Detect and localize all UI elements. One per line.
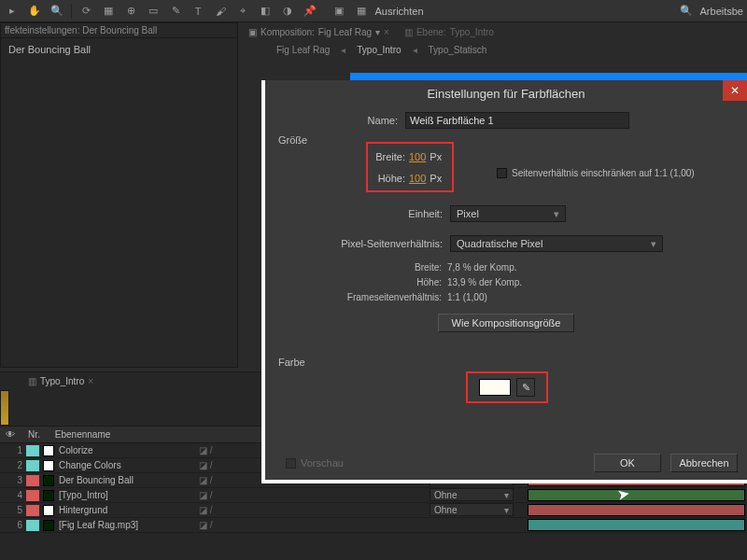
par-label: Pixel-Seitenverhältnis:: [265, 238, 450, 249]
info-width-key: Breite:: [265, 262, 447, 273]
layer-color-label: [26, 460, 39, 471]
unit-dropdown[interactable]: Pixel ▾: [450, 205, 566, 222]
top-toolbar: ▸ ✋ 🔍 ⟳ ▦ ⊕ ▭ ✎ T 🖌 ⌖ ◧ ◑ 📌 ▣ ▦ Ausricht…: [0, 0, 747, 22]
unit-label: Einheit:: [265, 208, 450, 219]
chevron-down-icon: ▾: [651, 238, 656, 250]
stamp-tool-icon[interactable]: ⌖: [234, 3, 251, 20]
layer-type-icon: [43, 520, 54, 531]
eyedropper-button[interactable]: ✎: [516, 378, 535, 397]
tab-prefix: Komposition:: [261, 27, 315, 37]
track-bar[interactable]: [528, 504, 745, 516]
info-fsv-key: Frameseitenverhältnis:: [265, 292, 447, 302]
layer-name: Hintergrund: [59, 505, 199, 515]
layer-name: [Typo_Intro]: [59, 490, 199, 500]
anchor-tool-icon[interactable]: ⊕: [122, 3, 139, 20]
chevron-down-icon: ▾: [504, 505, 509, 515]
mode-dropdown[interactable]: Ohne▾: [430, 488, 514, 501]
make-comp-size-button[interactable]: Wie Kompositionsgröße: [438, 314, 575, 332]
close-tab-icon[interactable]: ×: [384, 27, 389, 37]
close-button[interactable]: ✕: [723, 80, 747, 101]
color-highlight-box: ✎: [466, 371, 548, 403]
cancel-button[interactable]: Abbrechen: [670, 454, 738, 472]
layer-color-label: [26, 475, 39, 486]
preview-label: Vorschau: [301, 457, 344, 469]
eyedropper-icon: ✎: [522, 382, 530, 394]
timeline-tab[interactable]: Typo_Intro: [40, 376, 84, 386]
track-bar[interactable]: [528, 519, 745, 531]
layer-switches[interactable]: ◪ /: [199, 520, 255, 530]
composition-tab-1[interactable]: ▣ Komposition: Fig Leaf Rag ▾ ×: [243, 25, 395, 39]
size-group-label: Größe: [265, 133, 747, 151]
subtab-2[interactable]: Typo_Intro: [353, 44, 404, 56]
col-num: Nr.: [28, 429, 40, 440]
mode-dropdown[interactable]: Ohne▾: [430, 503, 514, 516]
hand-tool-icon[interactable]: ✋: [26, 3, 43, 20]
ok-button[interactable]: OK: [594, 454, 661, 472]
mode-value: Ohne: [434, 505, 457, 515]
camera-tool-icon[interactable]: ▦: [100, 3, 117, 20]
workspace-label[interactable]: Arbeitsbe: [700, 6, 743, 17]
roto-tool-icon[interactable]: ◑: [279, 3, 296, 20]
par-dropdown[interactable]: Quadratische Pixel ▾: [450, 235, 663, 252]
info-fsv-val: 1:1 (1,00): [447, 292, 487, 302]
pen-tool-icon[interactable]: ✎: [167, 3, 184, 20]
grid-icon[interactable]: ▦: [353, 3, 370, 20]
chevron-left-icon: ◂: [341, 45, 345, 55]
layer-color-label: [26, 520, 39, 531]
layer-index: 5: [6, 505, 26, 515]
eye-col-icon: 👁: [6, 429, 13, 440]
width-input[interactable]: 100: [409, 151, 426, 162]
layer-switches[interactable]: ◪ /: [199, 460, 255, 470]
width-label: Breite:: [374, 151, 405, 162]
dialog-titlebar-accent: [350, 73, 747, 80]
rotate-tool-icon[interactable]: ⟳: [78, 3, 94, 20]
layer-color-label: [26, 445, 39, 456]
composition-tab-2[interactable]: ▥ Ebene: Typo_Intro: [399, 25, 500, 39]
align-label[interactable]: Ausrichten: [375, 6, 424, 17]
height-input[interactable]: 100: [409, 173, 426, 184]
height-label: Höhe:: [374, 173, 405, 184]
layer-switches[interactable]: ◪ /: [199, 490, 255, 500]
height-unit: Px: [430, 173, 442, 184]
close-icon: ✕: [730, 84, 740, 97]
info-height-val: 13,9 % der Komp.: [447, 277, 522, 287]
timecode-indicator[interactable]: [0, 390, 9, 426]
eraser-tool-icon[interactable]: ◧: [257, 3, 274, 20]
track-bar[interactable]: [528, 489, 745, 501]
layer-switches[interactable]: ◪ /: [199, 475, 255, 485]
solid-settings-dialog: ✕ Einstellungen für Farbflächen Name: Gr…: [265, 80, 747, 480]
search-icon[interactable]: 🔍: [678, 3, 695, 20]
panel-layer-name: Der Bouncing Ball: [1, 38, 237, 61]
par-value: Quadratische Pixel: [457, 238, 543, 249]
name-input[interactable]: [405, 112, 629, 129]
col-name: Ebenenname: [55, 429, 111, 440]
solid-settings-dialog-frame: ✕ Einstellungen für Farbflächen Name: Gr…: [261, 80, 747, 483]
layer-index: 6: [6, 520, 26, 530]
chevron-down-icon: ▾: [504, 490, 509, 500]
info-width-val: 7,8 % der Komp.: [447, 262, 516, 273]
unit-value: Pixel: [457, 208, 479, 219]
layer-index: 4: [6, 490, 26, 500]
lock-aspect-checkbox[interactable]: [497, 168, 507, 178]
brush-tool-icon[interactable]: 🖌: [212, 3, 229, 20]
separator: [71, 4, 72, 19]
shape-tool-icon[interactable]: ▭: [145, 3, 162, 20]
close-tab-icon[interactable]: ×: [88, 376, 93, 386]
subtab-1[interactable]: Fig Leaf Rag: [273, 44, 333, 56]
zoom-tool-icon[interactable]: 🔍: [49, 3, 65, 20]
layer-switches[interactable]: ◪ /: [199, 445, 255, 455]
color-swatch[interactable]: [479, 379, 511, 396]
chevron-left-icon: ◂: [413, 45, 417, 55]
subtab-3[interactable]: Typo_Statisch: [425, 44, 491, 56]
preview-checkbox[interactable]: [286, 458, 296, 469]
text-tool-icon[interactable]: T: [190, 3, 206, 20]
layer-switches[interactable]: ◪ /: [199, 505, 255, 515]
layer-icon: ▥: [404, 27, 413, 37]
layer-type-icon: [43, 505, 54, 516]
pin-tool-icon[interactable]: 📌: [302, 3, 318, 20]
layer-index: 2: [6, 460, 26, 470]
selection-tool-icon[interactable]: ▸: [4, 3, 21, 20]
tab-prefix: Ebene:: [416, 27, 446, 37]
snap-icon[interactable]: ▣: [331, 3, 347, 20]
layer-color-label: [26, 490, 39, 501]
